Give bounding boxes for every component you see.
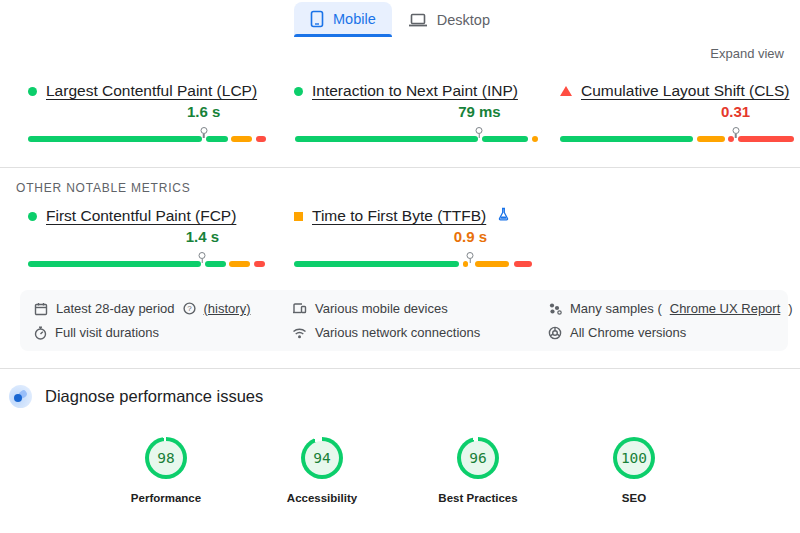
mobile-phone-icon [310,10,324,28]
bar-segment-red [254,261,266,267]
score-best-practices: 96 Best Practices [430,437,526,504]
diagnose-section-header: Diagnose performance issues [0,369,800,411]
crux-report-link[interactable]: Chrome UX Report [670,301,781,316]
p75-marker [476,127,483,134]
cls-value: 0.31 [721,103,750,120]
core-web-vitals: Largest Contentful Paint (LCP) 1.6 s Int… [0,63,800,145]
metric-inp: Interaction to Next Paint (INP) 79 ms [294,79,538,145]
best-practices-label: Best Practices [438,492,517,504]
samples-text-close: ) [788,301,792,316]
bar-segment-red [514,261,532,267]
metric-cls: Cumulative Layout Shift (CLS) 0.31 [560,79,794,145]
ttfb-title-link[interactable]: Time to First Byte (TTFB) [312,207,486,225]
expand-view-link[interactable]: Expand view [710,46,784,61]
score-performance: 98 Performance [118,437,214,504]
seo-gauge[interactable]: 100 [613,437,655,479]
insights-icon [9,385,32,408]
inp-status-icon [294,87,303,96]
performance-label: Performance [131,492,201,504]
network-text: Various network connections [315,325,480,340]
accessibility-label: Accessibility [287,492,357,504]
ttfb-status-icon [294,212,303,221]
other-metrics-heading: OTHER NOTABLE METRICS [0,168,800,198]
info-collection-period: Latest 28-day period ? (history) [34,301,292,316]
field-data-info-bar: Latest 28-day period ? (history) Various… [20,290,788,351]
pagespeed-report: Mobile Desktop Expand view Largest Conte… [0,0,800,533]
bar-segment-orange [229,261,250,267]
bar-segment-orange [532,136,538,142]
fcp-distribution-bar [28,254,272,270]
bar-segment-green [295,136,478,142]
p75-marker [199,252,206,259]
bar-segment-green [482,136,529,142]
metric-fcp: First Contentful Paint (FCP) 1.4 s [28,204,272,270]
fcp-title-link[interactable]: First Contentful Paint (FCP) [46,207,236,225]
desktop-laptop-icon [408,12,428,28]
collection-period-text: Latest 28-day period [56,301,175,316]
info-durations: Full visit durations [34,325,292,340]
devices-icon [292,302,307,315]
inp-title-link[interactable]: Interaction to Next Paint (INP) [312,82,518,100]
samples-icon [548,302,562,315]
info-network: Various network connections [292,325,548,340]
best-practices-gauge[interactable]: 96 [457,437,499,479]
bar-segment-orange [475,261,510,267]
tab-desktop-label: Desktop [437,12,490,28]
performance-gauge[interactable]: 98 [145,437,187,479]
bar-segment-green [28,261,201,267]
lcp-distribution-bar [28,129,272,145]
bar-segment-green [560,136,693,142]
tab-mobile-label: Mobile [333,11,376,27]
score-accessibility: 94 Accessibility [274,437,370,504]
inp-value: 79 ms [458,103,501,120]
bar-segment-orange [463,261,468,267]
performance-score: 98 [157,450,174,466]
metric-lcp: Largest Contentful Paint (LCP) 1.6 s [28,79,272,145]
versions-text: All Chrome versions [570,325,686,340]
info-versions: All Chrome versions [548,325,793,340]
p75-marker [467,252,474,259]
inp-distribution-bar [294,129,538,145]
fcp-status-icon [28,212,37,221]
fcp-value: 1.4 s [186,228,219,245]
best-practices-score: 96 [469,450,486,466]
bar-segment-orange [697,136,725,142]
diagnose-title: Diagnose performance issues [45,387,263,406]
seo-label: SEO [622,492,646,504]
bar-segment-red [256,136,266,142]
devices-text: Various mobile devices [315,301,448,316]
tab-desktop[interactable]: Desktop [392,4,506,37]
lcp-value: 1.6 s [187,103,220,120]
experimental-flask-icon [497,207,510,225]
p75-marker [200,127,207,134]
bar-segment-green [206,136,228,142]
bar-segment-red [738,136,794,142]
expand-view-row: Expand view [0,37,800,63]
accessibility-gauge[interactable]: 94 [301,437,343,479]
info-samples: Many samples (Chrome UX Report) [548,301,793,316]
score-seo: 100 SEO [586,437,682,504]
p75-marker [732,127,739,134]
stopwatch-icon [34,326,47,340]
seo-score: 100 [621,450,647,466]
bar-segment-red [728,136,733,142]
category-scores: 98 Performance 94 Accessibility 96 Best … [0,437,800,504]
bar-segment-green [28,136,202,142]
svg-text:?: ? [187,304,192,313]
tab-mobile[interactable]: Mobile [294,2,392,37]
lcp-status-icon [28,87,37,96]
info-devices: Various mobile devices [292,301,548,316]
bar-segment-green [294,261,459,267]
bar-segment-orange [231,136,252,142]
chrome-icon [548,326,562,340]
calendar-icon [34,302,48,316]
help-icon[interactable]: ? [183,302,196,315]
cls-title-link[interactable]: Cumulative Layout Shift (CLS) [581,82,789,100]
history-link[interactable]: (history) [204,301,251,316]
lcp-title-link[interactable]: Largest Contentful Paint (LCP) [46,82,257,100]
metric-ttfb: Time to First Byte (TTFB) 0.9 s [294,204,538,270]
cls-distribution-bar [560,129,794,145]
durations-text: Full visit durations [55,325,159,340]
ttfb-distribution-bar [294,254,538,270]
other-metrics: First Contentful Paint (FCP) 1.4 s Time … [0,198,800,270]
